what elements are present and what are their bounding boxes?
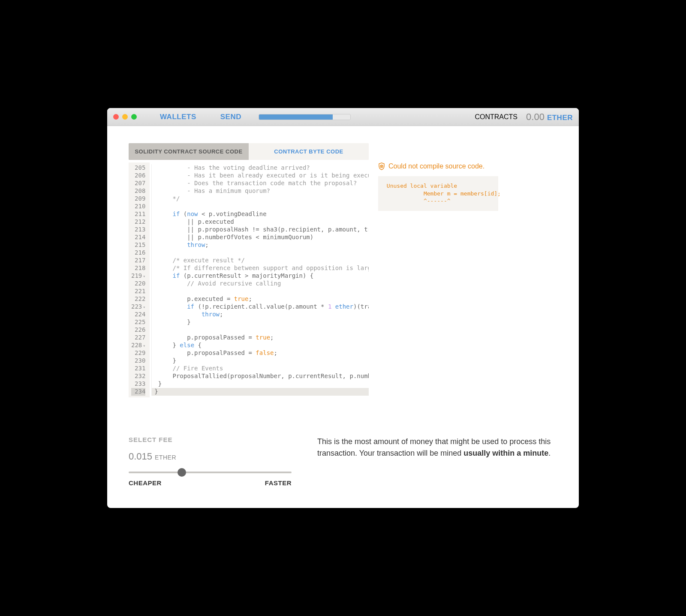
fee-unit: ETHER bbox=[155, 454, 176, 461]
close-icon[interactable] bbox=[113, 114, 119, 120]
code-line[interactable]: } bbox=[151, 319, 369, 326]
code-line[interactable]: || p.proposalHash != sha3(p.recipient, p… bbox=[151, 226, 369, 234]
code-tabs: SOLIDITY CONTRACT SOURCE CODE CONTRACT B… bbox=[129, 143, 369, 160]
line-number: 211 bbox=[131, 210, 145, 218]
line-number: 230 bbox=[131, 357, 145, 365]
code-line[interactable]: p.proposalPassed = true; bbox=[151, 334, 369, 342]
sync-progress bbox=[259, 114, 351, 120]
shield-error-icon bbox=[378, 162, 385, 170]
slider-max-label: FASTER bbox=[265, 479, 292, 487]
code-line[interactable]: throw; bbox=[151, 241, 369, 249]
fold-icon[interactable]: ▾ bbox=[143, 343, 145, 348]
code-line[interactable]: if (p.currentResult > majorityMargin) { bbox=[151, 272, 369, 280]
line-number: 225 bbox=[131, 319, 145, 326]
compile-panel: Could not compile source code. Unused lo… bbox=[378, 162, 498, 211]
code-line[interactable]: ProposalTallied(proposalNumber, p.curren… bbox=[151, 373, 369, 380]
content: SOLIDITY CONTRACT SOURCE CODE CONTRACT B… bbox=[107, 126, 579, 508]
code-line[interactable]: if (!p.recipient.call.value(p.amount * 1… bbox=[151, 303, 369, 311]
nav-send[interactable]: SEND bbox=[220, 113, 241, 121]
code-line[interactable]: } else { bbox=[151, 342, 369, 349]
line-number: 218 bbox=[131, 264, 145, 272]
zoom-icon[interactable] bbox=[131, 114, 137, 120]
line-gutter: 2052062072082092102112122132142152162172… bbox=[129, 162, 150, 397]
code-line[interactable] bbox=[151, 249, 369, 257]
balance: 0.00 ETHER bbox=[526, 111, 573, 123]
code-line[interactable]: */ bbox=[151, 195, 369, 203]
line-number: 215 bbox=[131, 241, 145, 249]
fold-icon[interactable]: ▾ bbox=[143, 305, 145, 310]
code-line[interactable]: throw; bbox=[151, 311, 369, 319]
titlebar: WALLETS SEND CONTRACTS 0.00 ETHER bbox=[107, 108, 579, 126]
line-number: 210 bbox=[131, 203, 145, 210]
top-nav: WALLETS SEND bbox=[160, 113, 241, 121]
line-number: 213 bbox=[131, 226, 145, 234]
code-line[interactable]: /* execute result */ bbox=[151, 257, 369, 264]
line-number: 216 bbox=[131, 249, 145, 257]
balance-amount: 0.00 bbox=[526, 111, 545, 123]
nav-wallets[interactable]: WALLETS bbox=[160, 113, 196, 121]
sync-progress-fill bbox=[259, 114, 333, 120]
slider-track bbox=[129, 472, 292, 473]
code-line[interactable] bbox=[151, 203, 369, 210]
code-line[interactable]: - Does the transaction code match the pr… bbox=[151, 180, 369, 187]
line-number: 217 bbox=[131, 257, 145, 264]
balance-unit: ETHER bbox=[547, 114, 573, 122]
line-number: 221 bbox=[131, 288, 145, 295]
line-number: 214 bbox=[131, 234, 145, 241]
line-number: 233 bbox=[131, 380, 145, 388]
slider-min-label: CHEAPER bbox=[129, 479, 162, 487]
code-line[interactable]: // Fire Events bbox=[151, 365, 369, 373]
window-controls bbox=[113, 114, 137, 120]
code-line[interactable] bbox=[151, 326, 369, 334]
code-line[interactable]: || p.executed bbox=[151, 218, 369, 226]
minimize-icon[interactable] bbox=[122, 114, 128, 120]
compile-error-header: Could not compile source code. bbox=[378, 162, 498, 170]
line-number: 207 bbox=[131, 180, 145, 187]
tab-byte-code[interactable]: CONTRACT BYTE CODE bbox=[249, 143, 369, 160]
fee-value: 0.015 bbox=[129, 451, 152, 462]
code-editor[interactable]: 2052062072082092102112122132142152162172… bbox=[129, 162, 369, 397]
fee-slider[interactable] bbox=[129, 472, 292, 473]
compile-error-title: Could not compile source code. bbox=[388, 162, 484, 170]
line-number: 232 bbox=[131, 373, 145, 380]
fee-section: SELECT FEE 0.015 ETHER CHEAPER FASTER Th… bbox=[129, 436, 557, 487]
code-line[interactable]: } bbox=[151, 357, 369, 365]
line-number: 228▾ bbox=[131, 342, 145, 349]
nav-contracts[interactable]: CONTRACTS bbox=[475, 113, 518, 121]
line-number: 208 bbox=[131, 187, 145, 195]
code-line[interactable]: || p.numberOfVotes < minimumQuorum) bbox=[151, 234, 369, 241]
code-body[interactable]: - Has the voting deadline arrived? - Has… bbox=[150, 162, 369, 397]
slider-labels: CHEAPER FASTER bbox=[129, 479, 292, 487]
fee-amount: 0.015 ETHER bbox=[129, 451, 292, 462]
fee-label: SELECT FEE bbox=[129, 436, 292, 443]
code-line[interactable]: - Has the voting deadline arrived? bbox=[151, 164, 369, 172]
line-number: 226 bbox=[131, 326, 145, 334]
fee-desc-post: . bbox=[548, 449, 551, 457]
fold-icon[interactable]: ▾ bbox=[143, 274, 145, 279]
compile-error-body: Unused local variable Member m = members… bbox=[378, 176, 498, 211]
code-line[interactable]: - Has a minimum quorum? bbox=[151, 187, 369, 195]
code-line[interactable]: // Avoid recursive calling bbox=[151, 280, 369, 288]
code-line[interactable]: - Has it been already executed or is it … bbox=[151, 172, 369, 180]
line-number: 231 bbox=[131, 365, 145, 373]
line-number: 206 bbox=[131, 172, 145, 180]
tab-source-code[interactable]: SOLIDITY CONTRACT SOURCE CODE bbox=[129, 143, 249, 160]
code-line[interactable]: p.executed = true; bbox=[151, 295, 369, 303]
fee-description: This is the most amount of money that mi… bbox=[317, 436, 557, 487]
code-line[interactable]: if (now < p.votingDeadline bbox=[151, 210, 369, 218]
code-line[interactable]: p.proposalPassed = false; bbox=[151, 349, 369, 357]
code-line[interactable]: /* If difference between support and opp… bbox=[151, 264, 369, 272]
line-number: 219▾ bbox=[131, 272, 145, 280]
line-number: 234 bbox=[131, 388, 145, 396]
code-line[interactable] bbox=[151, 288, 369, 295]
line-number: 222 bbox=[131, 295, 145, 303]
line-number: 205 bbox=[131, 164, 145, 172]
code-line[interactable]: } bbox=[151, 380, 369, 388]
fee-desc-bold: usually within a minute bbox=[463, 449, 548, 457]
code-line[interactable]: } bbox=[151, 388, 369, 396]
slider-thumb[interactable] bbox=[178, 468, 186, 477]
line-number: 224 bbox=[131, 311, 145, 319]
line-number: 212 bbox=[131, 218, 145, 226]
line-number: 227 bbox=[131, 334, 145, 342]
line-number: 229 bbox=[131, 349, 145, 357]
